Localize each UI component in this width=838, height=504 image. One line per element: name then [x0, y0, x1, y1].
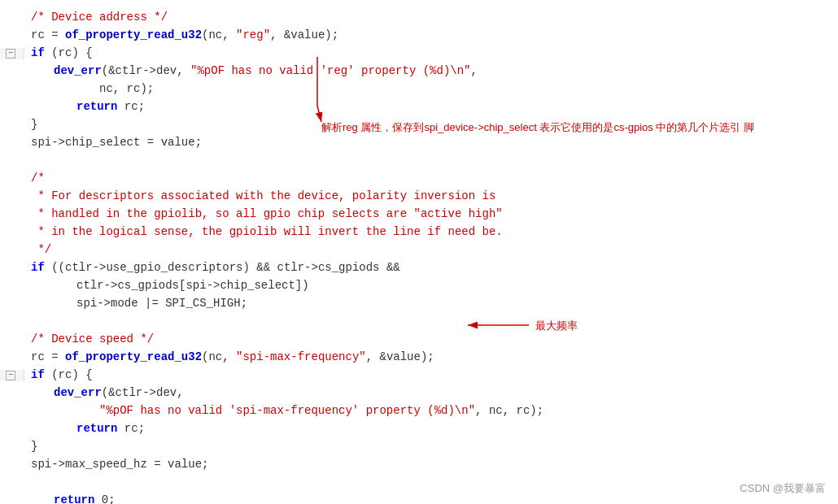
fold-marker[interactable]: − — [6, 49, 15, 59]
code-token-plain: } — [31, 118, 37, 131]
code-line-text: * For descriptors associated with the de… — [31, 188, 838, 204]
code-token-kw: return — [76, 100, 117, 113]
code-line: dev_err(&ctlr->dev, — [0, 384, 838, 402]
code-line-text: nc, rc); — [31, 80, 838, 97]
code-token-plain: (( — [45, 261, 65, 274]
code-token-cmt: */ — [31, 243, 51, 256]
code-line: return rc; — [0, 419, 838, 437]
annotation2-text: 最大频率 — [535, 319, 578, 333]
code-token-plain: spi->chip_select = value; — [31, 136, 202, 149]
code-line: } — [0, 437, 838, 455]
code-line: if ((ctlr->use_gpio_descriptors) && ctlr… — [0, 259, 838, 276]
code-line: /* Device address */ — [0, 8, 838, 26]
code-token-plain: ctlr->cs_gpiods — [277, 261, 379, 274]
code-token-plain: , — [471, 64, 478, 77]
code-line: * handled in the gpiolib, so all gpio ch… — [0, 205, 838, 223]
code-token-cmt: /* Device address */ — [31, 11, 168, 24]
code-line: rc = of_property_read_u32(nc, "reg", &va… — [0, 26, 838, 44]
code-line-text: if ((ctlr->use_gpio_descriptors) && ctlr… — [31, 259, 838, 276]
code-line: "%pOF has no valid 'spi-max-frequency' p… — [0, 402, 838, 419]
code-token-kw: return — [76, 422, 117, 435]
csdn-watermark: CSDN @我要暴富 — [740, 481, 826, 496]
code-token-str: "spi-max-frequency" — [236, 350, 366, 363]
code-token-cmt: /* Device speed */ — [31, 332, 154, 345]
code-token-plain: (nc, — [202, 28, 236, 41]
code-line-text: return rc; — [31, 98, 838, 115]
code-line: * in the logical sense, the gpiolib will… — [0, 223, 838, 241]
code-token-fn: dev_err — [54, 64, 102, 77]
code-token-kw: if — [31, 46, 45, 59]
code-token-fn: of_property_read_u32 — [65, 28, 202, 41]
code-token-str: "reg" — [236, 28, 270, 41]
code-line — [0, 151, 838, 169]
code-token-cmt: /* — [31, 172, 45, 185]
code-line-text — [31, 152, 838, 168]
code-line: spi->chip_select = value; — [0, 133, 838, 151]
code-line-text: return rc; — [31, 420, 838, 437]
code-token-plain: rc = — [31, 28, 65, 41]
code-token-fn: of_property_read_u32 — [65, 350, 202, 363]
code-line-text: "%pOF has no valid 'spi-max-frequency' p… — [31, 402, 838, 419]
code-token-plain: ) && — [242, 261, 277, 274]
code-line-text: spi->chip_select = value; — [31, 134, 838, 150]
code-line-text — [31, 474, 838, 490]
code-line: rc = of_property_read_u32(nc, "spi-max-f… — [0, 348, 838, 366]
code-line-text: spi->mode |= SPI_CS_HIGH; — [31, 295, 838, 311]
code-line: −if (rc) { — [0, 44, 838, 62]
code-line: ctlr->cs_gpiods[spi->chip_select]) — [0, 276, 838, 294]
code-token-plain: && — [380, 261, 400, 274]
code-line-text — [31, 313, 838, 329]
code-token-plain: rc; — [117, 100, 145, 113]
code-token-str: "%pOF has no valid 'reg' property (%d)\n… — [190, 64, 470, 77]
code-token-plain: ctlr->use_gpio_descriptors — [65, 261, 242, 274]
code-token-kw: if — [31, 368, 45, 381]
code-token-plain: , &value); — [366, 350, 434, 363]
code-token-cmt: * handled in the gpiolib, so all gpio ch… — [31, 207, 503, 220]
code-line: /* Device speed */ — [0, 330, 838, 348]
code-token-plain: rc = — [31, 350, 65, 363]
code-line: */ — [0, 241, 838, 259]
code-token-plain: (rc) { — [45, 368, 93, 381]
code-line-text: /* Device address */ — [31, 9, 838, 25]
code-line-text: * in the logical sense, the gpiolib will… — [31, 224, 838, 240]
code-line: /* — [0, 169, 838, 187]
code-token-plain: (&ctlr->dev, — [102, 64, 190, 77]
code-line: * For descriptors associated with the de… — [0, 187, 838, 205]
code-line-text: if (rc) { — [31, 45, 838, 61]
code-token-plain: (nc, — [202, 350, 236, 363]
code-line-text: ctlr->cs_gpiods[spi->chip_select]) — [31, 277, 838, 293]
code-token-str: "%pOF has no valid 'spi-max-frequency' p… — [99, 404, 475, 417]
annotation1-text: 解析reg 属性，保存到spi_device->chip_select 表示它使… — [321, 120, 754, 135]
code-token-plain: , nc, rc); — [475, 404, 543, 417]
code-token-plain: spi->mode |= — [76, 297, 165, 310]
code-line: dev_err(&ctlr->dev, "%pOF has no valid '… — [0, 62, 838, 80]
code-line-text: */ — [31, 241, 838, 258]
code-line-text: /* Device speed */ — [31, 331, 838, 347]
code-line: −if (rc) { — [0, 366, 838, 384]
code-token-kw: return — [54, 493, 94, 504]
code-line-text: dev_err(&ctlr->dev, "%pOF has no valid '… — [31, 63, 838, 79]
code-token-plain: ctlr->cs_gpiods[spi->chip_select]) — [76, 279, 309, 292]
code-token-cmt: * in the logical sense, the gpiolib will… — [31, 225, 503, 238]
code-token-plain: } — [31, 440, 37, 453]
code-line: nc, rc); — [0, 80, 838, 98]
code-line-text: dev_err(&ctlr->dev, — [31, 385, 838, 401]
code-container: /* Device address */rc = of_property_rea… — [0, 0, 838, 504]
code-token-plain: ; — [241, 297, 247, 310]
code-line-text: } — [31, 438, 838, 454]
code-token-kw: if — [31, 261, 45, 274]
fold-marker[interactable]: − — [6, 371, 15, 380]
code-token-plain: (&ctlr->dev, — [102, 386, 184, 399]
code-line: spi->max_speed_hz = value; — [0, 455, 838, 473]
code-token-plain: spi->max_speed_hz = value; — [31, 458, 208, 471]
code-line: spi->mode |= SPI_CS_HIGH; — [0, 294, 838, 312]
code-line-text: /* — [31, 170, 838, 186]
code-line-text: rc = of_property_read_u32(nc, "spi-max-f… — [31, 349, 838, 365]
code-line-text: if (rc) { — [31, 367, 838, 383]
code-line-text: rc = of_property_read_u32(nc, "reg", &va… — [31, 27, 838, 43]
code-token-plain: nc, rc); — [99, 82, 154, 95]
code-line-text: * handled in the gpiolib, so all gpio ch… — [31, 206, 838, 222]
code-token-plain: (rc) { — [45, 46, 93, 59]
code-token-plain: , &value); — [270, 28, 338, 41]
code-token-plain: 0; — [94, 493, 115, 504]
